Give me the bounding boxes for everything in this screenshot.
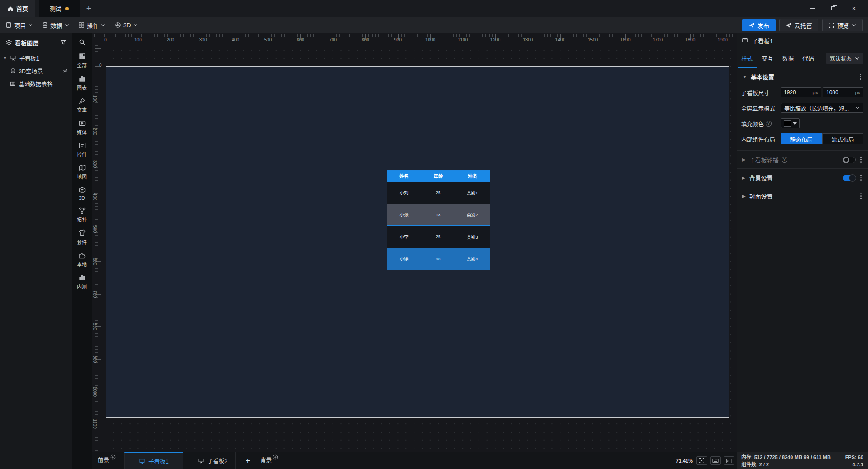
inspector-tab-代码[interactable]: 代码: [802, 54, 814, 62]
bottom-tab-label: 子看板2: [207, 456, 227, 465]
kebab-menu-icon[interactable]: [859, 192, 863, 200]
toolbox-item-label: 3D: [79, 195, 85, 201]
toolbox-item-控件[interactable]: 控件: [77, 142, 87, 158]
layer-node-子看板1[interactable]: ▼子看板1: [0, 51, 72, 64]
toolbox-item-label: 媒体: [77, 128, 87, 136]
document-tab[interactable]: 测试: [39, 0, 80, 17]
color-swatch: [784, 120, 791, 127]
restore-icon: [831, 6, 835, 10]
eye-off-icon[interactable]: [62, 68, 68, 74]
section-背景设置[interactable]: ▶背景设置: [737, 168, 868, 187]
help-icon: [782, 157, 787, 163]
home-button[interactable]: 首页: [0, 0, 35, 17]
preview-button[interactable]: 预览: [822, 19, 863, 31]
background-layer-button[interactable]: 背景: [260, 452, 278, 469]
toggle-on[interactable]: [843, 175, 856, 181]
kebab-menu-icon[interactable]: [859, 156, 863, 163]
fullscreen-mode-label: 全屏显示模式: [741, 104, 781, 112]
circle-plus-icon[interactable]: [110, 454, 116, 460]
menu-item-操作[interactable]: 操作: [78, 21, 106, 30]
v-ruler-label: 0: [99, 63, 102, 68]
table-icon: [10, 81, 16, 87]
console-button[interactable]: [724, 456, 734, 465]
fullscreen-mode-select[interactable]: 等比缩放（长边填充，短...: [781, 103, 863, 113]
maximize-button[interactable]: [823, 0, 843, 17]
menu-items: 项目数据操作3D: [0, 21, 138, 30]
fps-stat: FPS: 60: [845, 454, 863, 461]
component-search-button[interactable]: [72, 33, 92, 51]
menu-item-数据[interactable]: 数据: [42, 21, 69, 30]
circle-plus-icon[interactable]: [273, 454, 278, 460]
layer-node-3D空场景[interactable]: 3D空场景: [0, 64, 72, 77]
cloud-hosting-button[interactable]: 云托管: [779, 19, 818, 31]
toolbox-item-媒体[interactable]: 媒体: [77, 119, 87, 136]
fullscreen-corners-icon: [828, 22, 834, 28]
publish-button[interactable]: 发布: [742, 19, 776, 31]
menu-item-3D[interactable]: 3D: [115, 22, 138, 29]
state-select-button[interactable]: 默认状态: [826, 53, 863, 64]
section-title: 基本设置: [751, 72, 855, 81]
kebab-menu-icon[interactable]: [859, 174, 863, 182]
basic-data-table-widget[interactable]: 姓名年龄种类小刘25类别1小张18类别2小李25类别3小徐20类别4: [387, 170, 490, 270]
board-height-input[interactable]: 1080 px: [823, 87, 863, 97]
field-fill-color: 填充颜色: [737, 116, 868, 131]
caret-down-icon[interactable]: ▼: [3, 56, 7, 61]
inspector-tab-数据[interactable]: 数据: [782, 54, 794, 62]
h-ruler-label: 1100: [458, 37, 468, 42]
board-icon: [10, 55, 16, 61]
close-button[interactable]: ×: [843, 0, 864, 17]
filter-funnel-icon[interactable]: [60, 39, 66, 46]
toolbox-item-图表[interactable]: 图表: [77, 75, 87, 91]
h-ruler-label: 1200: [490, 37, 500, 42]
toolbox-item-地图[interactable]: 地图: [77, 164, 87, 180]
section-子看板轮播[interactable]: ▶子看板轮播: [737, 150, 868, 168]
canvas-workspace[interactable]: 0100200300400500600700800900100011001200…: [92, 33, 737, 452]
new-tab-button[interactable]: +: [83, 3, 95, 15]
toolbox-item-全部[interactable]: 全部: [77, 52, 87, 69]
toolbox-item-套件[interactable]: 套件: [77, 229, 87, 245]
toolbox-item-文本[interactable]: 文本: [77, 97, 87, 113]
bottom-tab-subboard-1[interactable]: 子看板1: [124, 452, 183, 469]
h-ruler-label: 1000: [425, 37, 435, 42]
foreground-layer-button[interactable]: 前景: [98, 452, 116, 469]
section-label: 子看板轮播: [749, 155, 779, 164]
caret-right-icon[interactable]: ▶: [742, 175, 746, 180]
section-basic-settings[interactable]: ▼ 基本设置: [737, 68, 868, 85]
keyboard-shortcuts-button[interactable]: [710, 456, 721, 465]
toolbox-item-label: 控件: [77, 151, 87, 158]
inspector-tab-交互[interactable]: 交互: [762, 54, 773, 62]
layer-node-基础数据表格[interactable]: 基础数据表格: [0, 77, 72, 90]
section-label: 背景设置: [749, 173, 773, 182]
table-row: 小张18类别2: [387, 204, 490, 226]
toolbox-item-内测[interactable]: 内测: [77, 274, 87, 290]
foreground-label: 前景: [98, 452, 109, 469]
caret-right-icon[interactable]: ▶: [742, 157, 746, 162]
zoom-percentage[interactable]: 71.41%: [676, 452, 693, 469]
h-ruler-label: 100: [134, 37, 142, 42]
inspector-tab-样式[interactable]: 样式: [741, 54, 753, 62]
fill-color-label: 填充颜色: [741, 119, 764, 128]
static-layout-button[interactable]: 静态布局: [781, 133, 822, 144]
chevron-down-icon: [133, 23, 138, 27]
grid-icon: [78, 52, 86, 60]
fill-color-picker[interactable]: [781, 118, 800, 128]
add-subboard-button[interactable]: +: [243, 456, 253, 466]
toolbox-item-拓扑[interactable]: 拓扑: [77, 207, 87, 223]
toggle-off[interactable]: [843, 157, 856, 163]
table-header-cell: 种类: [455, 171, 490, 181]
section-封面设置[interactable]: ▶封面设置: [737, 187, 868, 205]
caret-right-icon[interactable]: ▶: [742, 194, 746, 199]
menu-item-项目[interactable]: 项目: [5, 21, 33, 30]
paper-plane-icon: [786, 22, 792, 28]
sub-board-canvas[interactable]: 姓名年龄种类小刘25类别1小张18类别2小李25类别3小徐20类别4: [106, 66, 729, 418]
minimize-button[interactable]: [802, 0, 823, 17]
topology-icon: [78, 207, 86, 214]
board-width-input[interactable]: 1920 px: [781, 87, 821, 97]
flow-layout-button[interactable]: 流式布局: [822, 133, 863, 144]
bottom-tab-subboard-2[interactable]: 子看板2: [190, 452, 236, 469]
fit-to-screen-button[interactable]: [696, 456, 707, 465]
h-ruler-label: 1600: [620, 37, 630, 42]
toolbox-item-3D[interactable]: 3D: [78, 186, 86, 201]
toolbox-item-本地[interactable]: 本地: [77, 251, 87, 268]
kebab-menu-icon[interactable]: [859, 73, 862, 81]
